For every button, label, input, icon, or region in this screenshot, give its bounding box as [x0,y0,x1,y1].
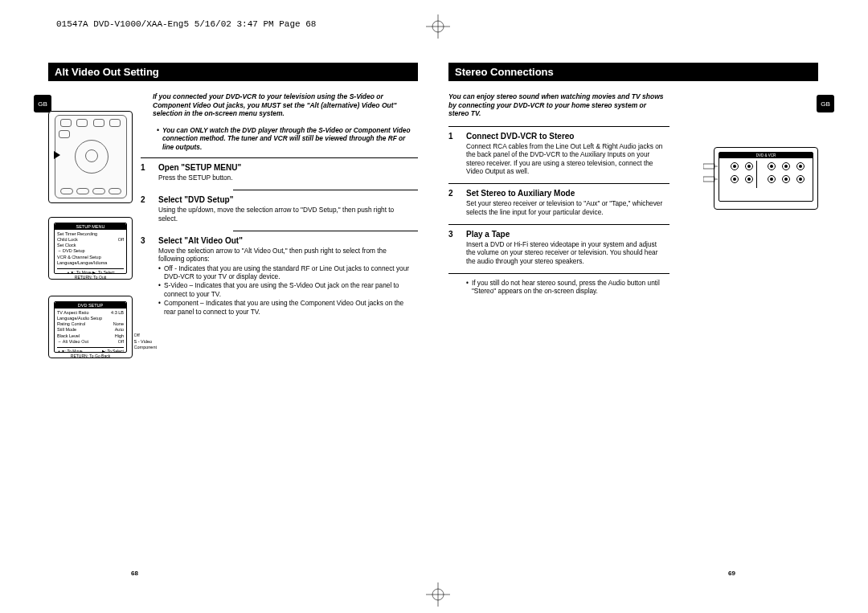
left-note-text: You can ONLY watch the DVD player throug… [162,126,413,151]
illus-rear-panel: DVD & VCR [714,147,818,210]
step-2: 2 Set Stereo to Auxiliary Mode Set your … [448,189,669,216]
page-left: Alt Video Out Setting If you connected y… [48,63,418,577]
right-steps: 1 Connect DVD-VCR to Stereo Connect RCA … [448,132,669,296]
rca-plug-icon [703,175,718,183]
page-number-right: 69 [728,570,735,577]
step-title: Connect DVD-VCR to Stereo [466,132,665,141]
step-num: 3 [448,230,458,265]
print-header: 01547A DVD-V1000/XAA-Eng5 5/16/02 3:47 P… [56,19,316,29]
divider [233,231,418,231]
page-right: Stereo Connections You can enjoy stereo … [448,63,818,577]
step-sub: Component – Indicates that you are using… [164,299,413,316]
rca-plug-icon [703,162,718,170]
final-text: If you still do not hear stereo sound, p… [472,279,669,296]
step-title: Open "SETUP MENU" [158,163,413,172]
illus-dvd-setup: DVD SETUP TV Aspect Ratio4:3 LB Language… [48,296,133,358]
step-title: Select "DVD Setup" [158,195,413,204]
step-num: 2 [141,195,150,223]
step-sub: S-Video – Indicates that you are using t… [164,281,413,298]
step-1: 1 Connect DVD-VCR to Stereo Connect RCA … [448,132,669,175]
menu-header: SETUP MENU [55,223,126,230]
cropmark-top [426,14,450,39]
illus-setup-menu: SETUP MENU Set Timer Recording Child Loc… [48,217,133,280]
step-text: Connect RCA cables from the Line Out Lef… [466,142,665,175]
divider [448,273,669,274]
svg-rect-8 [703,177,714,182]
right-intro: You can enjoy stereo sound when watching… [448,92,665,118]
separator [448,126,669,127]
left-steps: 1 Open "SETUP MENU" Press the SETUP butt… [141,163,418,316]
step-title: Set Stereo to Auxiliary Mode [466,189,665,198]
step-2: 2 Select "DVD Setup" Using the up/down, … [141,195,418,223]
step-text: Press the SETUP button. [158,174,413,182]
step-title: Play a Tape [466,230,665,239]
step-sub: Off - Indicates that you are using the s… [164,264,413,281]
separator [141,157,418,158]
step-text: Set your stereo receiver or television t… [466,199,665,216]
cropmark-bottom [426,582,450,607]
illus-remote [48,111,133,203]
step-num: 2 [448,189,458,216]
step-title: Select "Alt Video Out" [158,236,413,245]
left-title: Alt Video Out Setting [48,63,418,81]
divider [448,224,669,225]
svg-rect-6 [703,164,714,169]
step-num: 1 [448,132,458,175]
step-1: 1 Open "SETUP MENU" Press the SETUP butt… [141,163,418,182]
page-number-left: 68 [131,570,138,577]
step-num: 3 [141,236,150,316]
divider [233,190,418,190]
panel-label: DVD & VCR [719,153,813,158]
step-3: 3 Play a Tape Insert a DVD or Hi-Fi ster… [448,230,669,265]
menu-header: DVD SETUP [55,302,126,309]
step-text: Move the selection arrow to "Alt Video O… [158,247,387,263]
step-text: Insert a DVD or Hi-Fi stereo videotape i… [466,240,665,265]
right-title: Stereo Connections [448,63,818,81]
step-text: Using the up/down, move the selection ar… [158,206,413,223]
left-intro: If you connected your DVD-VCR to your te… [153,92,418,118]
step-num: 1 [141,163,150,182]
step-3: 3 Select "Alt Video Out" Move the select… [141,236,418,316]
final-note: •If you still do not hear stereo sound, … [448,279,669,296]
language-tab-right: GB [817,95,834,112]
left-note: •You can ONLY watch the DVD player throu… [157,126,418,151]
divider [448,183,669,184]
